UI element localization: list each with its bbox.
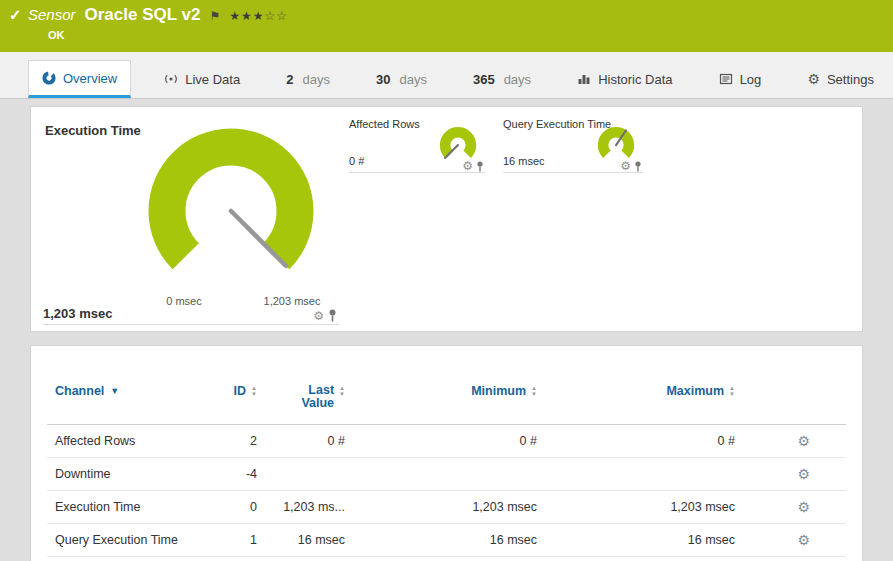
- sensor-title-row: Sensor Oracle SQL v2 ⚑ ★★★☆☆: [28, 5, 288, 25]
- column-header-id[interactable]: ID ▲▼: [197, 384, 257, 398]
- table-row: Downtime -4 ⚙: [47, 458, 846, 491]
- channel-id: 2: [197, 434, 257, 448]
- channel-maximum: 16 msec: [537, 533, 735, 547]
- tab-label: Historic Data: [598, 72, 672, 87]
- channel-settings-icon[interactable]: ⚙: [797, 532, 810, 548]
- gauge-current-value: 1,203 msec: [43, 306, 112, 321]
- channel-minimum: 16 msec: [345, 533, 537, 547]
- gauge-current-value: 16 msec: [503, 155, 545, 167]
- channel-id: 1: [197, 533, 257, 547]
- gauge-scale-min: 0 msec: [149, 295, 219, 307]
- overview-donut-icon: [42, 71, 56, 85]
- tab-log[interactable]: Log: [706, 60, 775, 98]
- stars-empty-icon: ☆☆: [265, 9, 289, 23]
- sensor-status-badge: OK: [48, 29, 65, 41]
- gauge-toolbar: ⚙: [462, 160, 484, 172]
- table-row: Execution Time 0 1,203 ms... 1,203 msec …: [47, 491, 846, 524]
- pin-icon[interactable]: [328, 309, 337, 322]
- execution-time-gauge: [131, 121, 331, 291]
- column-header-channel[interactable]: Channel ▼: [47, 384, 197, 398]
- gauge-block-execution-time: Execution Time 0 msec 1,203 msec 1,203 m…: [43, 115, 339, 325]
- pin-icon[interactable]: [634, 161, 642, 172]
- channels-table: Channel ▼ ID ▲▼ Last Value ▲▼ Minimum ▲▼…: [31, 346, 862, 557]
- sort-icon: ▲▼: [729, 385, 735, 397]
- settings-gear-icon: ⚙: [807, 72, 820, 86]
- tab-30-days[interactable]: 30 days: [363, 60, 440, 98]
- gauge-block-affected-rows: Affected Rows 0 # ⚙: [349, 115, 485, 173]
- gauge-current-value: 0 #: [349, 155, 364, 167]
- channel-name: Downtime: [47, 467, 197, 481]
- gauge-toolbar: ⚙: [313, 309, 337, 322]
- historic-data-icon: [577, 72, 591, 86]
- tab-day-unit: days: [302, 72, 329, 87]
- priority-star-rating[interactable]: ★★★☆☆: [229, 6, 288, 24]
- gauge-toolbar: ⚙: [620, 160, 642, 172]
- live-data-icon: [164, 72, 178, 86]
- channel-minimum: 1,203 msec: [345, 500, 537, 514]
- channel-settings-icon[interactable]: ⚙: [797, 433, 810, 449]
- channel-id: -4: [197, 467, 257, 481]
- stars-filled-icon: ★★★: [229, 9, 264, 23]
- gauge-title: Affected Rows: [349, 118, 420, 130]
- channel-last-value: 0 #: [257, 434, 345, 448]
- gauge-arc: [603, 132, 629, 154]
- table-header-row: Channel ▼ ID ▲▼ Last Value ▲▼ Minimum ▲▼…: [47, 346, 846, 425]
- tab-live-data[interactable]: Live Data: [151, 60, 253, 98]
- tab-label: Log: [740, 72, 762, 87]
- channel-id: 0: [197, 500, 257, 514]
- status-check-icon: ✓: [9, 6, 22, 24]
- tab-2-days[interactable]: 2 days: [273, 60, 343, 98]
- tab-overview[interactable]: Overview: [28, 60, 131, 98]
- channel-name: Execution Time: [47, 500, 197, 514]
- gauge-block-query-execution-time: Query Execution Time 16 msec ⚙: [503, 115, 643, 173]
- gauge-title: Execution Time: [45, 123, 141, 138]
- tab-day-number: 2: [286, 72, 293, 87]
- sensor-header: ✓ Sensor Oracle SQL v2 ⚑ ★★★☆☆ OK: [0, 0, 893, 52]
- channel-last-value: 1,203 ms...: [257, 500, 345, 514]
- tab-day-number: 30: [376, 72, 390, 87]
- gauge-gear-icon[interactable]: ⚙: [462, 160, 473, 172]
- gauge-arc: [445, 132, 471, 154]
- table-row: Query Execution Time 1 16 msec 16 msec 1…: [47, 524, 846, 557]
- tab-label: Settings: [827, 72, 874, 87]
- channel-maximum: 0 #: [537, 434, 735, 448]
- channel-settings-icon[interactable]: ⚙: [797, 499, 810, 515]
- channel-last-value: 16 msec: [257, 533, 345, 547]
- channel-name: Affected Rows: [47, 434, 197, 448]
- gauge-gear-icon[interactable]: ⚙: [313, 310, 324, 322]
- channel-maximum: 1,203 msec: [537, 500, 735, 514]
- flag-icon[interactable]: ⚑: [209, 9, 220, 23]
- column-header-minimum[interactable]: Minimum ▲▼: [345, 384, 537, 398]
- channels-table-panel: Channel ▼ ID ▲▼ Last Value ▲▼ Minimum ▲▼…: [30, 345, 863, 561]
- channel-minimum: 0 #: [345, 434, 537, 448]
- channel-settings-icon[interactable]: ⚙: [797, 466, 810, 482]
- tab-label: Overview: [63, 71, 117, 86]
- column-header-maximum[interactable]: Maximum ▲▼: [537, 384, 735, 398]
- column-header-last-value[interactable]: Last Value ▲▼: [257, 384, 345, 410]
- gauge-gear-icon[interactable]: ⚙: [620, 160, 631, 172]
- tab-day-unit: days: [399, 72, 426, 87]
- tab-settings[interactable]: ⚙ Settings: [794, 60, 887, 98]
- tab-historic-data[interactable]: Historic Data: [564, 60, 685, 98]
- content-area: Execution Time 0 msec 1,203 msec 1,203 m…: [0, 99, 893, 561]
- channel-name: Query Execution Time: [47, 533, 197, 547]
- gauge-arc: [167, 147, 295, 256]
- tab-label: Live Data: [185, 72, 240, 87]
- table-row: Affected Rows 2 0 # 0 # 0 # ⚙: [47, 425, 846, 458]
- gauge-scale-max: 1,203 msec: [246, 295, 338, 307]
- tab-day-unit: days: [504, 72, 531, 87]
- tab-365-days[interactable]: 365 days: [460, 60, 544, 98]
- sensor-type-label: Sensor: [28, 6, 76, 23]
- tab-bar: Overview Live Data 2 days 30 days 365 da…: [0, 52, 893, 99]
- tab-day-number: 365: [473, 72, 495, 87]
- gauges-panel: Execution Time 0 msec 1,203 msec 1,203 m…: [30, 106, 863, 332]
- sensor-title: Oracle SQL v2: [85, 5, 201, 25]
- pin-icon[interactable]: [476, 161, 484, 172]
- sort-direction-icon: ▼: [110, 386, 119, 396]
- log-icon: [719, 72, 733, 86]
